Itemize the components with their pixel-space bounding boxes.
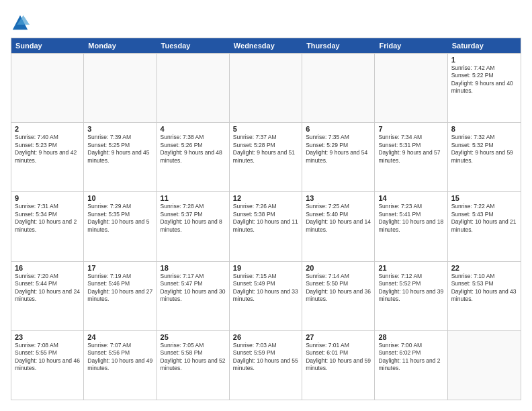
day-number: 4 bbox=[161, 125, 226, 133]
day-info: Sunrise: 7:29 AM Sunset: 5:35 PM Dayligh… bbox=[87, 203, 152, 234]
calendar-cell bbox=[11, 54, 84, 122]
calendar-cell: 10Sunrise: 7:29 AM Sunset: 5:35 PM Dayli… bbox=[84, 192, 157, 261]
calendar-cell bbox=[230, 54, 302, 122]
day-number: 13 bbox=[306, 194, 371, 202]
calendar-cell: 6Sunrise: 7:35 AM Sunset: 5:29 PM Daylig… bbox=[302, 123, 375, 191]
calendar-cell: 24Sunrise: 7:07 AM Sunset: 5:56 PM Dayli… bbox=[84, 331, 157, 400]
logo bbox=[11, 13, 32, 32]
day-number: 2 bbox=[15, 125, 80, 133]
day-info: Sunrise: 7:28 AM Sunset: 5:37 PM Dayligh… bbox=[161, 203, 226, 234]
calendar-week-3: 9Sunrise: 7:31 AM Sunset: 5:34 PM Daylig… bbox=[11, 191, 521, 261]
day-info: Sunrise: 7:25 AM Sunset: 5:40 PM Dayligh… bbox=[306, 203, 371, 234]
day-number: 27 bbox=[306, 333, 371, 341]
calendar-cell: 12Sunrise: 7:26 AM Sunset: 5:38 PM Dayli… bbox=[230, 192, 302, 261]
day-number: 24 bbox=[87, 333, 152, 341]
calendar-week-4: 16Sunrise: 7:20 AM Sunset: 5:44 PM Dayli… bbox=[11, 261, 521, 330]
day-number: 8 bbox=[451, 125, 517, 133]
calendar-cell: 13Sunrise: 7:25 AM Sunset: 5:40 PM Dayli… bbox=[302, 192, 375, 261]
day-number: 28 bbox=[378, 333, 443, 341]
calendar-week-2: 2Sunrise: 7:40 AM Sunset: 5:23 PM Daylig… bbox=[11, 122, 521, 191]
header-day-wednesday: Wednesday bbox=[230, 38, 302, 53]
calendar-cell: 15Sunrise: 7:22 AM Sunset: 5:43 PM Dayli… bbox=[448, 192, 521, 261]
calendar-cell: 1Sunrise: 7:42 AM Sunset: 5:22 PM Daylig… bbox=[448, 54, 521, 122]
day-number: 17 bbox=[87, 264, 152, 272]
calendar-cell: 21Sunrise: 7:12 AM Sunset: 5:52 PM Dayli… bbox=[375, 262, 447, 330]
day-number: 7 bbox=[378, 125, 443, 133]
day-info: Sunrise: 7:12 AM Sunset: 5:52 PM Dayligh… bbox=[378, 273, 443, 304]
header-day-tuesday: Tuesday bbox=[157, 38, 230, 53]
day-info: Sunrise: 7:01 AM Sunset: 6:01 PM Dayligh… bbox=[306, 342, 371, 373]
day-number: 25 bbox=[161, 333, 226, 341]
calendar-cell: 8Sunrise: 7:32 AM Sunset: 5:32 PM Daylig… bbox=[448, 123, 521, 191]
day-number: 10 bbox=[87, 194, 152, 202]
calendar-cell: 23Sunrise: 7:08 AM Sunset: 5:55 PM Dayli… bbox=[11, 331, 84, 400]
calendar-cell: 18Sunrise: 7:17 AM Sunset: 5:47 PM Dayli… bbox=[157, 262, 230, 330]
day-info: Sunrise: 7:15 AM Sunset: 5:49 PM Dayligh… bbox=[233, 273, 298, 304]
day-info: Sunrise: 7:38 AM Sunset: 5:26 PM Dayligh… bbox=[161, 134, 226, 165]
day-info: Sunrise: 7:35 AM Sunset: 5:29 PM Dayligh… bbox=[306, 134, 371, 165]
day-number: 15 bbox=[451, 194, 517, 202]
calendar-cell: 9Sunrise: 7:31 AM Sunset: 5:34 PM Daylig… bbox=[11, 192, 84, 261]
day-info: Sunrise: 7:10 AM Sunset: 5:53 PM Dayligh… bbox=[451, 273, 517, 304]
calendar-cell: 3Sunrise: 7:39 AM Sunset: 5:25 PM Daylig… bbox=[84, 123, 157, 191]
day-info: Sunrise: 7:37 AM Sunset: 5:28 PM Dayligh… bbox=[233, 134, 298, 165]
calendar-cell: 7Sunrise: 7:34 AM Sunset: 5:31 PM Daylig… bbox=[375, 123, 447, 191]
header-day-thursday: Thursday bbox=[302, 38, 375, 53]
calendar-cell: 28Sunrise: 7:00 AM Sunset: 6:02 PM Dayli… bbox=[375, 331, 447, 400]
day-info: Sunrise: 7:40 AM Sunset: 5:23 PM Dayligh… bbox=[15, 134, 80, 165]
day-number: 18 bbox=[161, 264, 226, 272]
calendar-cell: 4Sunrise: 7:38 AM Sunset: 5:26 PM Daylig… bbox=[157, 123, 230, 191]
calendar-cell: 17Sunrise: 7:19 AM Sunset: 5:46 PM Dayli… bbox=[84, 262, 157, 330]
day-number: 5 bbox=[233, 125, 298, 133]
calendar-cell: 16Sunrise: 7:20 AM Sunset: 5:44 PM Dayli… bbox=[11, 262, 84, 330]
day-info: Sunrise: 7:14 AM Sunset: 5:50 PM Dayligh… bbox=[306, 273, 371, 304]
calendar-week-5: 23Sunrise: 7:08 AM Sunset: 5:55 PM Dayli… bbox=[11, 330, 521, 400]
calendar-cell: 20Sunrise: 7:14 AM Sunset: 5:50 PM Dayli… bbox=[302, 262, 375, 330]
calendar-cell: 14Sunrise: 7:23 AM Sunset: 5:41 PM Dayli… bbox=[375, 192, 447, 261]
day-info: Sunrise: 7:08 AM Sunset: 5:55 PM Dayligh… bbox=[15, 342, 80, 373]
calendar-cell bbox=[375, 54, 447, 122]
day-info: Sunrise: 7:05 AM Sunset: 5:58 PM Dayligh… bbox=[161, 342, 226, 373]
day-info: Sunrise: 7:17 AM Sunset: 5:47 PM Dayligh… bbox=[161, 273, 226, 304]
calendar-cell bbox=[157, 54, 230, 122]
day-number: 21 bbox=[378, 264, 443, 272]
day-number: 1 bbox=[451, 56, 517, 64]
calendar-cell: 5Sunrise: 7:37 AM Sunset: 5:28 PM Daylig… bbox=[230, 123, 302, 191]
calendar-cell bbox=[448, 331, 521, 400]
header-day-friday: Friday bbox=[375, 38, 447, 53]
day-number: 3 bbox=[87, 125, 152, 133]
day-info: Sunrise: 7:26 AM Sunset: 5:38 PM Dayligh… bbox=[233, 203, 298, 234]
day-number: 22 bbox=[451, 264, 517, 272]
calendar-cell bbox=[84, 54, 157, 122]
day-info: Sunrise: 7:23 AM Sunset: 5:41 PM Dayligh… bbox=[378, 203, 443, 234]
day-number: 14 bbox=[378, 194, 443, 202]
calendar-week-1: 1Sunrise: 7:42 AM Sunset: 5:22 PM Daylig… bbox=[11, 53, 521, 122]
day-number: 11 bbox=[161, 194, 226, 202]
day-number: 20 bbox=[306, 264, 371, 272]
day-info: Sunrise: 7:32 AM Sunset: 5:32 PM Dayligh… bbox=[451, 134, 517, 165]
day-info: Sunrise: 7:20 AM Sunset: 5:44 PM Dayligh… bbox=[15, 273, 80, 304]
day-number: 6 bbox=[306, 125, 371, 133]
calendar-header: SundayMondayTuesdayWednesdayThursdayFrid… bbox=[11, 38, 521, 53]
day-info: Sunrise: 7:39 AM Sunset: 5:25 PM Dayligh… bbox=[87, 134, 152, 165]
day-info: Sunrise: 7:03 AM Sunset: 5:59 PM Dayligh… bbox=[233, 342, 298, 373]
calendar-cell: 25Sunrise: 7:05 AM Sunset: 5:58 PM Dayli… bbox=[157, 331, 230, 400]
day-number: 26 bbox=[233, 333, 298, 341]
calendar-cell: 27Sunrise: 7:01 AM Sunset: 6:01 PM Dayli… bbox=[302, 331, 375, 400]
day-number: 23 bbox=[15, 333, 80, 341]
day-info: Sunrise: 7:00 AM Sunset: 6:02 PM Dayligh… bbox=[378, 342, 443, 373]
logo-icon bbox=[11, 13, 30, 32]
day-info: Sunrise: 7:19 AM Sunset: 5:46 PM Dayligh… bbox=[87, 273, 152, 304]
header-day-sunday: Sunday bbox=[11, 38, 84, 53]
calendar: SundayMondayTuesdayWednesdayThursdayFrid… bbox=[11, 38, 521, 400]
page-header bbox=[11, 11, 521, 32]
calendar-cell bbox=[302, 54, 375, 122]
day-number: 19 bbox=[233, 264, 298, 272]
calendar-cell: 2Sunrise: 7:40 AM Sunset: 5:23 PM Daylig… bbox=[11, 123, 84, 191]
day-number: 9 bbox=[15, 194, 80, 202]
day-info: Sunrise: 7:34 AM Sunset: 5:31 PM Dayligh… bbox=[378, 134, 443, 165]
calendar-cell: 22Sunrise: 7:10 AM Sunset: 5:53 PM Dayli… bbox=[448, 262, 521, 330]
calendar-cell: 26Sunrise: 7:03 AM Sunset: 5:59 PM Dayli… bbox=[230, 331, 302, 400]
day-number: 12 bbox=[233, 194, 298, 202]
day-info: Sunrise: 7:22 AM Sunset: 5:43 PM Dayligh… bbox=[451, 203, 517, 234]
